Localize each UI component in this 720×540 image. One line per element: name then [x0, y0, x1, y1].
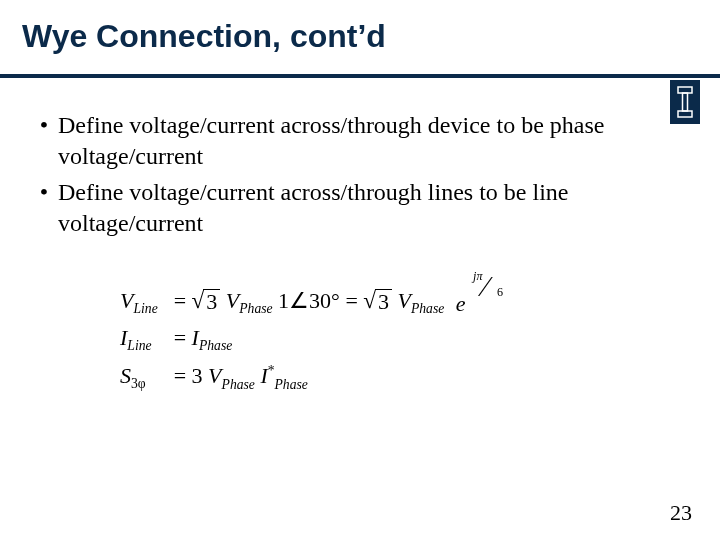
page-number: 23 — [670, 500, 692, 526]
svg-rect-0 — [678, 87, 692, 93]
svg-rect-1 — [683, 93, 688, 111]
bullet-list: • Define voltage/current across/through … — [30, 110, 610, 245]
equation-s3phi: S3φ = 3 VPhase I*Phase — [118, 359, 509, 397]
title-underline — [0, 74, 720, 78]
list-item: • Define voltage/current across/through … — [30, 177, 610, 238]
bullet-icon: • — [30, 177, 58, 238]
bullet-icon: • — [30, 110, 58, 171]
svg-rect-2 — [678, 111, 692, 117]
slide: Wye Connection, cont’d • Define voltage/… — [0, 0, 720, 540]
bullet-text: Define voltage/current across/through li… — [58, 177, 610, 238]
bullet-text: Define voltage/current across/through de… — [58, 110, 610, 171]
illinois-block-i-icon — [670, 80, 700, 124]
equation-block: VLine = √3 VPhase 1∠30° = √3 VPhase e — [118, 284, 509, 397]
slide-title: Wye Connection, cont’d — [22, 18, 386, 55]
list-item: • Define voltage/current across/through … — [30, 110, 610, 171]
equation-iline: ILine = IPhase — [118, 321, 509, 358]
equation-vline: VLine = √3 VPhase 1∠30° = √3 VPhase e — [118, 284, 509, 321]
